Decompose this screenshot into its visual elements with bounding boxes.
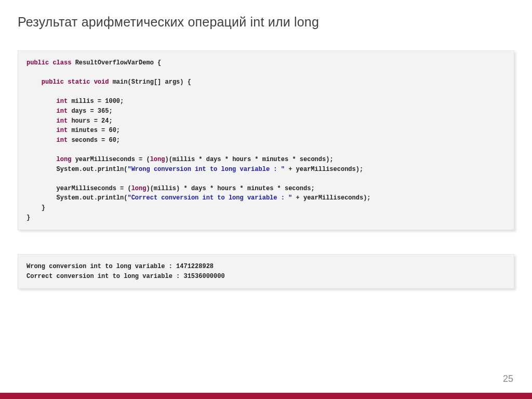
page-number: 25 <box>503 374 513 384</box>
slide-title: Результат арифметических операций int ил… <box>18 15 514 30</box>
code-block: public class ResultOverflowVarDemo { pub… <box>18 50 514 230</box>
accent-bar <box>0 393 532 399</box>
output-block: Wrong conversion int to long variable : … <box>18 254 514 289</box>
slide: Результат арифметических операций int ил… <box>0 0 532 399</box>
